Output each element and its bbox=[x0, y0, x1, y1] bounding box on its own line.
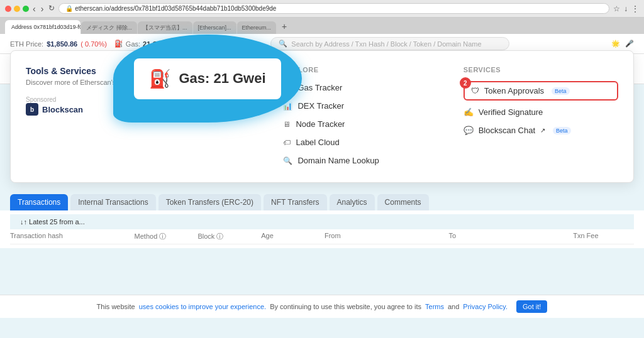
blockscan-chat-icon: 💬 bbox=[464, 126, 474, 135]
service-verified-signature[interactable]: ✍ Verified Signature bbox=[464, 106, 618, 119]
tab-internal-transactions[interactable]: Internal Transactions bbox=[70, 194, 155, 210]
browser-tab[interactable]: 【スマデ当店】... bbox=[138, 21, 192, 34]
browser-tab[interactable]: [Etherscan]... bbox=[193, 21, 236, 34]
cookie-text: This website bbox=[97, 303, 135, 310]
explore-label-cloud[interactable]: 🏷 Label Cloud bbox=[283, 136, 438, 149]
service-blockscan-chat[interactable]: 💬 Blockscan Chat ↗ Beta bbox=[464, 124, 618, 137]
col-to: To bbox=[449, 232, 571, 241]
explore-node-tracker[interactable]: 🖥 Node Tracker bbox=[283, 117, 438, 131]
domain-lookup-icon: 🔍 bbox=[283, 156, 292, 165]
dropdown-services-section: Services 2 🛡 Token Approvals Beta ✍ Veri… bbox=[464, 66, 618, 167]
node-tracker-icon: 🖥 bbox=[283, 120, 291, 129]
service-badge: 2 bbox=[460, 77, 471, 89]
tab-nft-transfers[interactable]: NFT Transfers bbox=[264, 194, 326, 210]
explore-title: Explore bbox=[283, 66, 438, 74]
browser-controls bbox=[5, 6, 29, 12]
table-header-row: Transaction hash Method ⓘ Block ⓘ Age Fr… bbox=[10, 229, 634, 244]
gas-popup-inner: ⛽ Gas: 21 Gwei bbox=[134, 58, 280, 99]
browser-nav[interactable]: ‹›↻ bbox=[33, 4, 55, 14]
table-section: ↓↑ Latest 25 from a... Transaction hash … bbox=[0, 210, 644, 248]
tabs-row: Transactions Internal Transactions Token… bbox=[0, 189, 644, 210]
services-items: 2 🛡 Token Approvals Beta ✍ Verified Sign… bbox=[464, 81, 618, 137]
beta-badge-chat: Beta bbox=[553, 127, 571, 134]
dropdown-explore-section: Explore ⛽ Gas Tracker 📊 DEX Tracker 🖥 No… bbox=[283, 66, 438, 167]
services-title: Services bbox=[464, 66, 618, 74]
browser-actions: ☆↓⋮ bbox=[613, 4, 639, 13]
external-link-icon: ↗ bbox=[540, 127, 545, 134]
explore-domain-lookup[interactable]: 🔍 Domain Name Lookup bbox=[283, 154, 438, 167]
search-bar[interactable]: 🔍 Search by Address / Txn Hash / Block /… bbox=[270, 37, 509, 50]
browser-tab[interactable]: Ethereum... bbox=[237, 21, 277, 34]
new-tab-button[interactable]: + bbox=[277, 19, 292, 34]
service-token-approvals[interactable]: 2 🛡 Token Approvals Beta bbox=[464, 81, 618, 101]
label-cloud-icon: 🏷 bbox=[283, 138, 291, 147]
tab-transactions[interactable]: Transactions bbox=[10, 194, 68, 210]
address-bar[interactable]: 🔒 etherscan.io/address/0x781bf1d03d58765… bbox=[58, 3, 609, 14]
search-icon: 🔍 bbox=[279, 40, 287, 48]
mic-icon[interactable]: 🎤 bbox=[625, 40, 634, 48]
col-from: From bbox=[325, 232, 447, 241]
beta-badge: Beta bbox=[552, 87, 570, 95]
cookie-accept-button[interactable]: Got it! bbox=[516, 300, 547, 313]
browser-tab-active[interactable]: Address 0x781bf1d03d19-f01... bbox=[5, 20, 80, 34]
gas-popup-text: Gas: 21 Gwei bbox=[179, 70, 265, 87]
explore-dex-tracker[interactable]: 📊 DEX Tracker bbox=[283, 99, 438, 112]
gas-popup-bubble: ⛽ Gas: 21 Gwei bbox=[113, 35, 302, 123]
col-age: Age bbox=[261, 232, 322, 241]
cookie-bar: This website uses cookies to improve you… bbox=[0, 295, 644, 318]
col-txn-hash: Transaction hash bbox=[10, 232, 132, 241]
col-method: Method ⓘ bbox=[135, 232, 196, 241]
cookie-link-uses[interactable]: uses cookies to improve your experience. bbox=[139, 303, 266, 310]
explore-items: ⛽ Gas Tracker 📊 DEX Tracker 🖥 Node Track… bbox=[283, 81, 438, 167]
more-dropdown: Tools & Services Discover more of Ethers… bbox=[10, 50, 634, 183]
tab-analytics[interactable]: Analytics bbox=[330, 194, 375, 210]
table-latest-label: ↓↑ Latest 25 from a... bbox=[20, 218, 85, 226]
verified-signature-icon: ✍ bbox=[464, 107, 474, 117]
theme-toggle[interactable]: 🌟 bbox=[611, 40, 620, 48]
col-block: Block ⓘ bbox=[197, 232, 258, 241]
tab-comments[interactable]: Comments bbox=[377, 194, 429, 210]
browser-tab[interactable]: メディスク 掃除... bbox=[81, 21, 137, 34]
tab-token-transfers[interactable]: Token Transfers (ERC-20) bbox=[158, 194, 261, 210]
blockscan-icon: b bbox=[26, 103, 38, 116]
cookie-link-privacy[interactable]: Privacy Policy. bbox=[463, 303, 508, 310]
token-approvals-icon: 🛡 bbox=[471, 86, 479, 95]
col-txn-fee: Txn Fee bbox=[573, 232, 634, 241]
gas-pump-icon: ⛽ bbox=[149, 68, 171, 89]
explore-gas-tracker[interactable]: ⛽ Gas Tracker bbox=[283, 81, 438, 94]
cookie-link-terms[interactable]: Terms bbox=[425, 303, 444, 310]
eth-price: ETH Price: $1,850.86 ( 0.70%) bbox=[10, 40, 107, 48]
